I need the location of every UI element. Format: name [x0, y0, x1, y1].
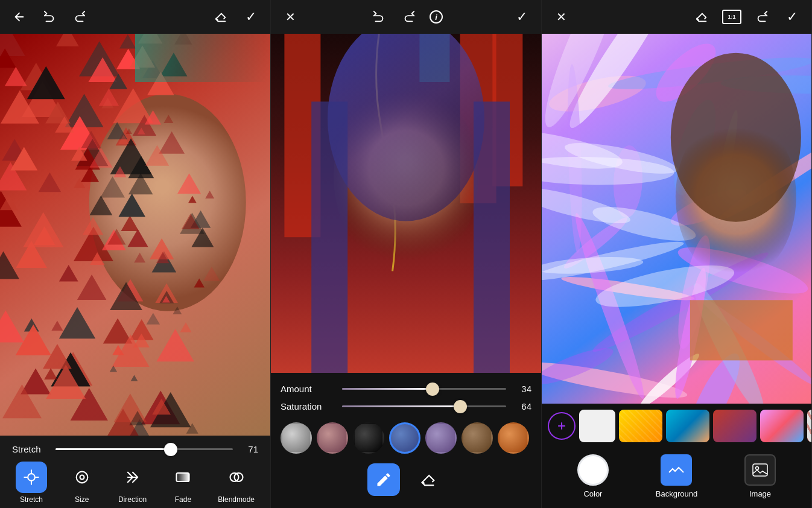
panel2-toolbar-center: i: [369, 7, 443, 27]
tool-image[interactable]: Image: [744, 454, 776, 498]
confirm-button-p2[interactable]: ✓: [512, 7, 531, 27]
panel2-toolbar-left: ✕: [281, 7, 300, 27]
stretch-thumb[interactable]: [164, 443, 177, 456]
info-button-p2[interactable]: i: [430, 10, 443, 24]
panel-background: ✕ 1:1 ✓: [542, 0, 812, 508]
hair-swatch-blue[interactable]: [389, 422, 420, 454]
close-button-p3[interactable]: ✕: [551, 7, 571, 27]
direction-icon-wrap: [117, 462, 148, 493]
eraser-button-p3[interactable]: [692, 7, 711, 27]
size-icon-wrap: [66, 462, 98, 493]
panel1-bottom-bar: Stretch 71 Stretch Size: [0, 436, 270, 508]
saturation-thumb[interactable]: [454, 400, 467, 413]
image-tool-icon: [744, 454, 776, 486]
svg-point-2: [80, 475, 84, 480]
panel2-bottom-controls: Amount 34 Saturation 64: [271, 373, 541, 508]
hair-swatch-lavender[interactable]: [425, 422, 457, 454]
redo-button[interactable]: [70, 7, 89, 27]
panel3-toolbar-left: ✕: [551, 7, 571, 27]
panel2-photo: [271, 34, 541, 373]
panel3-toolbar: ✕ 1:1 ✓: [542, 0, 811, 34]
saturation-label: Saturation: [281, 401, 335, 411]
panel1-toolbar-left: [10, 7, 89, 27]
bg-swatch-blue[interactable]: [666, 410, 709, 442]
background-tool-label: Background: [656, 489, 697, 498]
panel1-photo-area: [0, 34, 270, 436]
svg-point-8: [756, 467, 759, 470]
direction-tool-label: Direction: [118, 495, 147, 504]
size-tool-label: Size: [75, 495, 89, 504]
amount-fill: [342, 388, 433, 390]
hair-swatch-mauve[interactable]: [317, 422, 348, 454]
hair-swatch-brown[interactable]: [462, 422, 493, 454]
stretch-slider-row: Stretch 71: [6, 436, 264, 459]
saturation-track[interactable]: [342, 405, 506, 407]
hair-swatch-copper[interactable]: [498, 422, 529, 454]
panel3-photo-area: [542, 34, 811, 404]
bg-swatch-pink[interactable]: [760, 410, 804, 442]
blendmode-icon-wrap: [221, 462, 252, 493]
close-button-p2[interactable]: ✕: [281, 7, 300, 27]
tool-background[interactable]: Background: [656, 454, 697, 498]
bg-swatch-red[interactable]: [713, 410, 756, 442]
tool-color[interactable]: Color: [577, 454, 609, 498]
stretch-fill: [56, 448, 171, 450]
saturation-fill: [342, 405, 460, 407]
svg-rect-3: [177, 473, 189, 481]
amount-label: Amount: [281, 384, 335, 394]
bg-swatch-yellow[interactable]: [619, 410, 662, 442]
amount-value: 34: [513, 384, 531, 394]
hair-colors-row: [281, 415, 531, 459]
panel3-tools-row: Color Background: [542, 448, 811, 508]
image-tool-label: Image: [749, 489, 771, 498]
panel2-toolbar: ✕ i ✓: [271, 0, 541, 34]
amount-track[interactable]: [342, 388, 506, 390]
bg-swatch-white[interactable]: [579, 410, 615, 442]
color-tool-label: Color: [583, 489, 602, 498]
hair-swatch-black[interactable]: [353, 422, 384, 454]
bg-swatch-triangle[interactable]: [807, 410, 811, 442]
add-background-button[interactable]: [548, 412, 576, 440]
brush-button[interactable]: [367, 463, 400, 496]
saturation-row: Saturation 64: [281, 398, 531, 415]
fade-icon-wrap: [167, 462, 198, 493]
tool-fade[interactable]: Fade: [167, 462, 198, 504]
amount-row: Amount 34: [281, 380, 531, 398]
svg-point-0: [28, 474, 35, 481]
panel3-bottom-controls: Color Background: [542, 404, 811, 508]
tool-stretch[interactable]: Stretch: [16, 462, 47, 504]
fade-tool-label: Fade: [175, 495, 191, 504]
tool-size[interactable]: Size: [66, 462, 98, 504]
saturation-value: 64: [513, 401, 531, 411]
stretch-track[interactable]: [56, 448, 233, 450]
hair-swatch-silver[interactable]: [281, 422, 312, 454]
redo-button-p2[interactable]: [399, 7, 419, 27]
panel-hair-color: ✕ i ✓ Amount 34 Satur: [271, 0, 542, 508]
panel2-canvas: [271, 34, 541, 373]
undo-button-p2[interactable]: [369, 7, 389, 27]
stretch-label: Stretch: [12, 444, 48, 454]
panel3-canvas: [542, 34, 811, 404]
rotate-button-p3[interactable]: [752, 7, 772, 27]
confirm-button-p1[interactable]: ✓: [241, 7, 261, 27]
tool-blendmode[interactable]: Blendmode: [218, 462, 255, 504]
eraser-button-p1[interactable]: [211, 7, 230, 27]
panel1-toolbar-right: ✓: [211, 7, 261, 27]
svg-rect-7: [753, 464, 767, 476]
amount-thumb[interactable]: [426, 383, 439, 396]
color-tool-icon: [577, 454, 609, 486]
panel1-toolbar: ✓: [0, 0, 270, 34]
stretch-value: 71: [240, 444, 258, 454]
aspect-ratio-button[interactable]: 1:1: [722, 10, 741, 24]
panel1-tools-row: Stretch Size Direction: [6, 459, 264, 508]
back-button[interactable]: [10, 7, 29, 27]
eraser-brush-button[interactable]: [412, 463, 445, 496]
panel3-toolbar-right: 1:1 ✓: [692, 7, 802, 27]
svg-point-1: [76, 472, 87, 483]
tool-direction[interactable]: Direction: [117, 462, 148, 504]
panel-stretch: ✓ Stretch 71 Stretch: [0, 0, 271, 508]
undo-button[interactable]: [40, 7, 59, 27]
panel2-photo-area: [271, 34, 541, 373]
panel2-toolbar-right: ✓: [512, 7, 531, 27]
confirm-button-p3[interactable]: ✓: [782, 7, 802, 27]
